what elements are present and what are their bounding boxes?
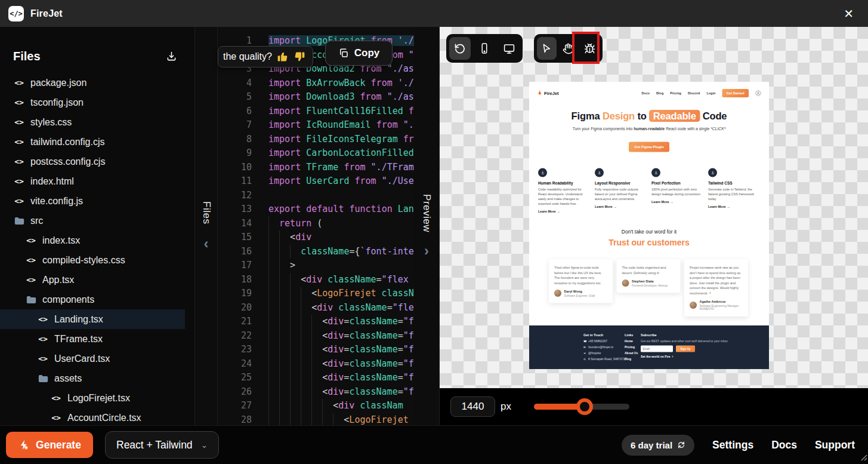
refresh-preview-button[interactable]: [449, 37, 471, 60]
nav-item-pricing[interactable]: Pricing: [670, 91, 681, 95]
file-row-LogoFirejet.tsx[interactable]: <>LogoFirejet.tsx: [0, 388, 194, 408]
file-row-AccountCircle.tsx[interactable]: <>AccountCircle.tsx: [0, 408, 194, 425]
nav-item-discord[interactable]: Discord: [688, 91, 700, 95]
code-line-25: 25<div=className="flex": [218, 371, 414, 385]
trial-badge[interactable]: 6 day trial: [622, 435, 694, 456]
file-row-UserCard.tsx[interactable]: <>UserCard.tsx: [0, 349, 194, 368]
thumbs-down-icon[interactable]: [294, 51, 305, 63]
app-title: FireJet: [30, 8, 63, 19]
code-file-icon: <>: [37, 315, 49, 324]
support-button[interactable]: Support: [815, 439, 855, 451]
folder-row-src[interactable]: src: [0, 211, 194, 231]
indent-guide: [301, 315, 311, 329]
testimonial-author: Daryl WongSoftware Engineer, Grab: [554, 290, 607, 297]
line-number: 26: [218, 385, 252, 400]
email-input[interactable]: [641, 346, 673, 352]
generate-label: Generate: [36, 439, 81, 451]
file-row-Landing.tsx[interactable]: <>Landing.tsx: [0, 309, 185, 329]
folder-icon: [13, 217, 25, 225]
indent-guide: [268, 371, 279, 385]
landing-logo: FireJet: [537, 90, 559, 96]
line-number: 9: [218, 146, 252, 161]
hero-word-design: Design: [603, 110, 635, 122]
mobile-view-button[interactable]: [474, 37, 495, 60]
footer-tagline: Set the world on Fire: [641, 355, 730, 359]
footer-link-about-us[interactable]: About Us: [625, 352, 638, 355]
indent-guide: [268, 301, 279, 315]
feature-download-icon: [708, 168, 717, 177]
footer-link-pricing[interactable]: Pricing: [625, 346, 638, 349]
window-resize-handle[interactable]: [858, 451, 867, 463]
indent-guide: [301, 301, 311, 315]
viewport-width-input[interactable]: [450, 397, 495, 417]
file-row-postcss.config.cjs[interactable]: <>postcss.config.cjs: [0, 152, 194, 171]
docs-button[interactable]: Docs: [771, 439, 797, 451]
file-row-compiled-styles.css[interactable]: <>compiled-styles.css: [0, 250, 194, 270]
testimonial-card-1: Tried other figma-to-code tools before b…: [549, 259, 613, 303]
code-line-11: 11import UserCard from "./UserCard";: [218, 174, 414, 189]
code-file-icon: <>: [13, 177, 25, 186]
select-tool-button[interactable]: [537, 37, 557, 60]
file-row-package.json[interactable]: <>package.json: [0, 73, 194, 93]
file-row-App.tsx[interactable]: <>App.tsx: [0, 270, 194, 290]
feature-learn-more-link[interactable]: Learn More →: [538, 210, 590, 213]
copy-code-button[interactable]: Copy: [325, 41, 393, 66]
get-started-button[interactable]: Get Started: [722, 89, 749, 97]
viewport-unit-label: px: [501, 401, 511, 413]
collapse-preview-chevron-icon[interactable]: ›: [424, 244, 429, 258]
line-number: 16: [218, 245, 252, 259]
folder-row-assets[interactable]: assets: [0, 368, 194, 388]
file-row-index.html[interactable]: <>index.html: [0, 171, 194, 191]
nav-item-docs[interactable]: Docs: [642, 91, 650, 95]
account-avatar-icon[interactable]: [755, 90, 761, 96]
generate-button[interactable]: Generate: [6, 432, 93, 458]
file-row-tailwind.config.cjs[interactable]: <>tailwind.config.cjs: [0, 132, 194, 152]
code-text: <div=className="flex": [268, 329, 414, 343]
feature-learn-more-link[interactable]: Learn More →: [651, 200, 703, 204]
folder-row-components[interactable]: components: [0, 290, 194, 309]
footer-contact-title: Get in Touch: [583, 333, 625, 337]
indent-guide: [268, 399, 279, 413]
thumbs-up-icon[interactable]: [277, 51, 289, 63]
feature-title: Layout Responsive: [595, 181, 647, 186]
code-line-21: 21<div=className="flex": [218, 315, 414, 329]
indent-guide: [311, 413, 322, 426]
code-text: import IcRoundEmail from "./assets/IcRou…: [268, 118, 414, 133]
code-editor[interactable]: 1import LogoFirejet from './assets/LogoF…: [218, 27, 414, 425]
line-number: 24: [218, 357, 252, 371]
settings-button[interactable]: Settings: [712, 439, 753, 451]
feature-learn-more-link[interactable]: Learn More →: [708, 205, 760, 208]
file-row-vite.config.js[interactable]: <>vite.config.js: [0, 191, 194, 211]
framework-select[interactable]: React + Tailwind ⌄: [105, 431, 219, 459]
get-figma-plugin-button[interactable]: Get Figma Plugin: [629, 142, 669, 152]
indent-guide: [279, 315, 290, 329]
firejet-logo-icon: </>: [8, 6, 24, 21]
feature-download-icon: [651, 168, 660, 177]
footer-link-blog[interactable]: Blog: [625, 358, 638, 361]
file-row-index.tsx[interactable]: <>index.tsx: [0, 231, 194, 250]
feature-learn-more-link[interactable]: Learn More →: [595, 205, 647, 208]
indent-guide: [268, 357, 279, 371]
folder-icon: [25, 296, 37, 304]
collapse-files-chevron-icon[interactable]: ‹: [204, 236, 209, 251]
close-icon[interactable]: ✕: [838, 5, 860, 22]
viewport-width-slider[interactable]: [534, 404, 629, 410]
file-row-TFrame.tsx[interactable]: <>TFrame.tsx: [0, 329, 194, 349]
testimonial-text: The code looks organized and decent. Def…: [622, 265, 675, 275]
main-area: Files <>package.json<>tsconfig.json<>sty…: [0, 27, 868, 425]
line-number: 6: [218, 105, 252, 119]
author-role: Software Engineering Manager, MOMENTS: [700, 304, 743, 311]
slider-thumb[interactable]: [576, 398, 593, 415]
code-line-16: 16className={`font-inter flex w-full: [218, 245, 414, 259]
nav-item-login[interactable]: Login: [706, 91, 715, 95]
signup-button[interactable]: Sign Up: [676, 346, 695, 352]
footer-link-home[interactable]: Home: [625, 340, 638, 343]
file-row-tsconfig.json[interactable]: <>tsconfig.json: [0, 93, 194, 112]
file-name: index.html: [30, 176, 74, 187]
file-row-styles.css[interactable]: <>styles.css: [0, 112, 194, 132]
file-name: postcss.config.cjs: [30, 156, 105, 167]
desktop-view-button[interactable]: [498, 37, 520, 60]
download-all-icon[interactable]: [165, 50, 178, 63]
feature-title: Human Readability: [538, 181, 590, 186]
nav-item-blog[interactable]: Blog: [656, 91, 663, 95]
